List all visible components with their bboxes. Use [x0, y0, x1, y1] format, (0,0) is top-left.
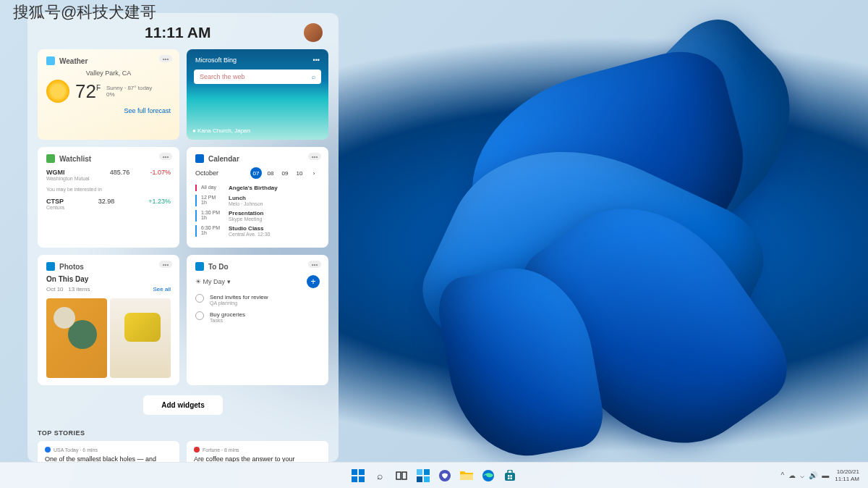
calendar-event[interactable]: 12 PM1hLunchMelo · Johnson	[195, 195, 320, 206]
battery-icon[interactable]: ▬	[822, 471, 829, 479]
svg-rect-16	[508, 477, 510, 479]
widget-more-icon[interactable]: •••	[308, 153, 321, 160]
svg-rect-0	[352, 469, 357, 475]
chat-icon[interactable]	[436, 467, 454, 484]
chevron-up-icon[interactable]: ^	[780, 471, 784, 479]
photo-thumbnail[interactable]	[110, 298, 171, 378]
stock-row[interactable]: CTSPCentura32.98+1.23%	[46, 198, 171, 210]
watermark-text: 搜狐号@科技犬建哥	[13, 1, 156, 23]
bing-caption: ● Kana Church, Japan	[192, 127, 323, 134]
widget-more-icon[interactable]: •••	[159, 261, 172, 268]
svg-rect-15	[511, 475, 513, 477]
calendar-icon	[195, 154, 204, 163]
todo-add-button[interactable]: +	[307, 275, 320, 288]
calendar-event[interactable]: 6:30 PM1hStudio ClassCentral Ave. 12:30	[195, 225, 320, 237]
panel-clock: 11:11 AM	[145, 24, 210, 41]
edge-icon[interactable]	[480, 467, 497, 484]
taskbar: ⌕ ^ ☁ ⌵ 🔊 ▬ 10/20/21 11:11 AM	[0, 462, 868, 488]
calendar-widget[interactable]: Calendar ••• October 07080910› All dayAn…	[187, 147, 328, 248]
svg-rect-8	[417, 476, 422, 482]
svg-rect-9	[424, 476, 430, 482]
bing-image	[192, 88, 323, 125]
stocks-widget[interactable]: Watchlist ••• WGMIWashington Mutual485.7…	[38, 147, 179, 248]
onedrive-icon[interactable]: ☁	[788, 471, 796, 479]
widget-more-icon[interactable]: •••	[313, 56, 320, 64]
start-button[interactable]	[349, 467, 367, 484]
photos-icon	[46, 262, 55, 271]
bing-search-input[interactable]: Search the web ⌕	[194, 70, 321, 84]
calendar-event[interactable]: All dayAngela's Birthday	[195, 185, 320, 191]
todo-item[interactable]: Buy groceriesTasks	[195, 311, 320, 323]
widget-more-icon[interactable]: •••	[308, 261, 321, 268]
calendar-day[interactable]: 09	[279, 167, 291, 179]
task-view-icon[interactable]	[393, 467, 410, 484]
news-story[interactable]: Fortune · 8 minsAre coffee naps the answ…	[187, 441, 328, 462]
user-avatar[interactable]	[304, 23, 323, 42]
svg-rect-14	[508, 475, 510, 477]
calendar-day[interactable]: 08	[265, 167, 276, 179]
stocks-icon	[46, 154, 55, 163]
calendar-day[interactable]: 07	[250, 167, 262, 179]
file-explorer-icon[interactable]	[458, 467, 475, 484]
calendar-day[interactable]: 10	[294, 167, 305, 179]
svg-rect-11	[460, 474, 473, 480]
bing-widget[interactable]: Microsoft Bing••• Search the web ⌕ ● Kan…	[187, 49, 328, 140]
widgets-icon[interactable]	[414, 467, 432, 484]
wifi-icon[interactable]: ⌵	[800, 471, 804, 479]
svg-rect-17	[511, 477, 513, 479]
svg-rect-4	[396, 472, 401, 479]
search-icon[interactable]: ⌕	[371, 467, 388, 484]
svg-rect-1	[359, 469, 365, 475]
svg-rect-6	[417, 469, 422, 475]
photos-widget[interactable]: Photos ••• On This Day Oct 10 13 items S…	[38, 255, 179, 385]
top-stories-label: TOP STORIES	[38, 429, 328, 437]
weather-forecast-link[interactable]: See full forecast	[46, 107, 171, 114]
todo-widget[interactable]: To Do ••• ☀ My Day ▾ + Send invites for …	[187, 255, 328, 385]
add-widgets-button[interactable]: Add widgets	[143, 395, 223, 415]
volume-icon[interactable]: 🔊	[809, 471, 817, 479]
taskbar-clock[interactable]: 10/20/21 11:11 AM	[835, 468, 859, 482]
photos-see-all-link[interactable]: See all	[153, 286, 171, 293]
svg-rect-13	[505, 473, 515, 481]
store-icon[interactable]	[501, 467, 519, 484]
widget-more-icon[interactable]: •••	[159, 153, 172, 160]
todo-item[interactable]: Send invites for reviewQA planning	[195, 294, 320, 306]
widget-more-icon[interactable]: •••	[159, 55, 172, 62]
todo-icon	[195, 262, 204, 271]
svg-rect-3	[359, 476, 365, 482]
search-icon: ⌕	[312, 73, 315, 80]
todo-checkbox[interactable]	[195, 294, 204, 303]
todo-checkbox[interactable]	[195, 311, 204, 320]
sun-icon	[46, 80, 69, 103]
svg-rect-7	[424, 469, 430, 475]
weather-widget[interactable]: Weather ••• Valley Park, CA 72F Sunny · …	[38, 49, 179, 140]
svg-rect-5	[402, 472, 407, 479]
weather-icon	[46, 56, 55, 65]
photo-thumbnail[interactable]	[46, 298, 107, 378]
calendar-next-icon[interactable]: ›	[308, 167, 320, 179]
svg-rect-2	[352, 476, 357, 482]
weather-location: Valley Park, CA	[46, 70, 171, 77]
calendar-event[interactable]: 1:30 PM1hPresentationSkype Meeting	[195, 210, 320, 222]
stock-row[interactable]: WGMIWashington Mutual485.76-1.07%	[46, 169, 171, 181]
widgets-panel: 11:11 AM Weather ••• Valley Park, CA 72F…	[27, 13, 339, 462]
news-story[interactable]: USA Today · 6 minsOne of the smallest bl…	[38, 441, 179, 462]
